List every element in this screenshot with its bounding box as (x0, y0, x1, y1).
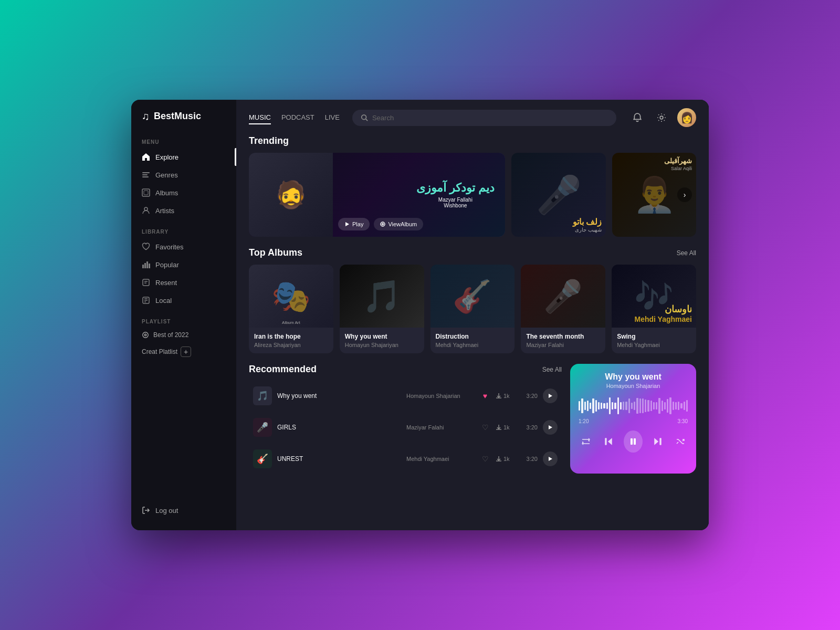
track-thumb-1: 🎵 (253, 386, 272, 405)
album-title-4: The seventh month (526, 333, 600, 340)
logo: ♫ BestMusic (131, 110, 236, 135)
album-icon (380, 222, 385, 227)
heart-icon (142, 243, 150, 251)
track-thumb-2: 🎤 (253, 418, 272, 437)
waveform-bar-16 (623, 402, 624, 411)
album-thumb-inner-5: 🎶 Mehdi Yaghmaei ناوسان (612, 265, 696, 328)
track-play-button-2[interactable] (543, 420, 558, 435)
search-input[interactable] (372, 114, 608, 122)
playlist-best2022[interactable]: Best of 2022 (131, 328, 236, 342)
recommended-see-all[interactable]: See All (542, 366, 562, 373)
album-card-4[interactable]: 🎤 The seventh month Maziyar Falahi (521, 265, 605, 353)
svg-point-18 (144, 334, 146, 336)
album-card-5[interactable]: 🎶 Mehdi Yaghmaei ناوسان Swing Mehdi Yagh… (612, 265, 696, 353)
svg-line-21 (366, 119, 368, 121)
next-button[interactable] (651, 433, 665, 450)
resent-label: Resent (155, 279, 177, 287)
album-thumb-2: 🎵 (340, 265, 424, 328)
track-name-3: UNREST (277, 455, 401, 463)
sidebar-item-albums[interactable]: Albums (131, 184, 236, 202)
bottom-area: Recommended See All 🎵 Why you went Homay… (249, 364, 696, 474)
settings-icon[interactable] (653, 109, 670, 126)
sidebar-item-artists[interactable]: Artists (131, 202, 236, 219)
waveform-bar-39 (686, 400, 688, 411)
play-button[interactable]: Play (338, 218, 370, 230)
previous-button[interactable] (601, 433, 615, 450)
waveform-bar-4 (590, 403, 591, 408)
album-thumb-1: 🎭 Album Art (249, 265, 333, 328)
tab-music[interactable]: MUSIC (249, 111, 271, 124)
sidebar-item-genres[interactable]: Genres (131, 166, 236, 184)
album-card-1[interactable]: 🎭 Album Art Iran is the hope Alireza Sha… (249, 265, 333, 353)
trending-title: Trending (249, 135, 289, 146)
trending-side-card-2[interactable]: 👨‍💼 شهرآقیلی Salar Aqili › (612, 153, 696, 237)
track-item-1[interactable]: 🎵 Why you went Homayoun Shajarian ♥ 1k 3… (249, 381, 562, 411)
svg-rect-9 (149, 264, 150, 268)
sidebar-item-resent[interactable]: Resent (131, 274, 236, 291)
top-albums-title: Top Albums (249, 247, 302, 258)
playlist-icon (142, 331, 149, 339)
popular-icon (142, 260, 150, 269)
trending-header: Trending (249, 135, 696, 146)
create-playlist-button[interactable]: Creat Platlist + (131, 342, 236, 361)
sidebar-item-popular[interactable]: Popular (131, 256, 236, 274)
view-album-button[interactable]: ViewAlbum (374, 218, 423, 230)
track-heart-1[interactable]: ♥ (480, 392, 490, 400)
trending-calligraphy: دیم تودکر آموزی (416, 181, 495, 195)
album-info-5: Swing Mehdi Yaghmaei (612, 328, 696, 353)
sidebar-spacer (131, 361, 236, 501)
now-playing-artist: Homayoun Shajarian (579, 383, 688, 389)
local-label: Local (155, 297, 172, 304)
track-heart-3[interactable]: ♡ (480, 455, 490, 463)
trending-side-card-1[interactable]: 🎤 زلف باتو شهیب جاری (511, 153, 606, 237)
track-play-button-3[interactable] (543, 452, 558, 466)
playlist-name: Best of 2022 (153, 331, 188, 339)
waveform-bar-29 (658, 398, 660, 413)
tab-live[interactable]: LIVE (325, 111, 340, 124)
repeat-icon (582, 437, 590, 446)
trending-text: دیم تودکر آموزی Mazyar Fallahi Wishbone (416, 181, 495, 208)
svg-point-17 (143, 332, 149, 338)
sidebar-item-local[interactable]: Local (131, 291, 236, 309)
album-emoji-2: 🎵 (362, 278, 402, 315)
track-play-button-1[interactable] (543, 388, 558, 403)
waveform-bar-26 (650, 401, 652, 411)
total-time: 3:30 (678, 418, 688, 424)
waveform-bar-37 (680, 403, 682, 409)
home-icon (142, 153, 150, 161)
svg-rect-8 (146, 261, 148, 268)
track-artist-1: Homayoun Shajarian (406, 393, 475, 399)
waveform-bar-15 (620, 402, 622, 409)
chevron-right-button[interactable]: › (677, 187, 692, 202)
album-info-1: Iran is the hope Alireza Shajariyan (249, 328, 333, 353)
album-thumb-4: 🎤 (521, 265, 605, 328)
sidebar-item-explore[interactable]: Explore (131, 148, 236, 166)
track-heart-2[interactable]: ♡ (480, 423, 490, 432)
notification-bell-icon[interactable] (629, 109, 646, 126)
track-item-3[interactable]: 🎸 UNREST Mehdi Yaghmaei ♡ 1k 3:20 (249, 444, 562, 474)
logout-button[interactable]: Log out (131, 501, 236, 520)
repeat-button[interactable] (579, 433, 593, 450)
album-title-5: Swing (617, 333, 691, 340)
top-albums-see-all[interactable]: See All (677, 249, 696, 257)
tab-podcast[interactable]: PODCAST (281, 111, 314, 124)
download-icon-1 (496, 393, 502, 399)
svg-rect-30 (605, 438, 606, 445)
artists-label: Artists (155, 207, 174, 215)
album-card-2[interactable]: 🎵 Why you went Homayun Shajariyan (340, 265, 424, 353)
track-item-2[interactable]: 🎤 GIRLS Maziyar Falahi ♡ 1k 3:20 (249, 413, 562, 442)
user-avatar[interactable]: 👩 (677, 108, 696, 127)
trending-artist-name: Mazyar Fallahi Wishbone (416, 197, 495, 208)
svg-rect-0 (142, 172, 150, 173)
sidebar-item-favorites[interactable]: Favorites (131, 238, 236, 256)
waveform-bar-22 (639, 398, 641, 413)
pause-button[interactable] (624, 430, 643, 453)
waveform-bar-30 (662, 401, 663, 412)
waveform-bar-9 (603, 403, 605, 408)
album-card-3[interactable]: 🎸 Distruction Mehdi Yaghmaei (430, 265, 515, 353)
genres-label: Genres (155, 171, 178, 179)
genres-icon (142, 171, 150, 179)
previous-icon (604, 437, 613, 446)
shuffle-button[interactable] (674, 433, 688, 450)
trending-main-card[interactable]: 🧔 دیم تودکر آموزی Mazyar Fallahi Wishbon… (249, 153, 505, 237)
